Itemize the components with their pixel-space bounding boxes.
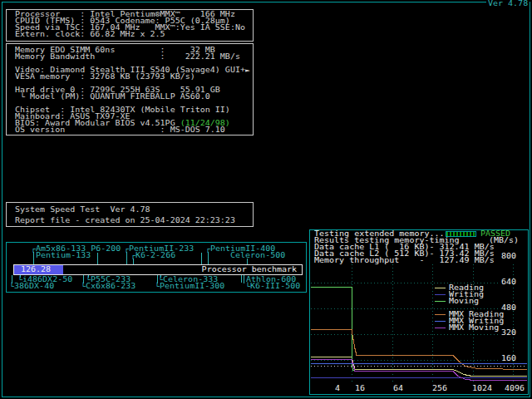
memory-timing-chart	[0, 0, 532, 399]
version-label: Ver 4.78	[486, 1, 530, 6]
chart-line-moving	[311, 288, 527, 381]
dos-screen: Ver 4.78 Processor : Intel Pentium®MMX™ …	[0, 0, 532, 399]
